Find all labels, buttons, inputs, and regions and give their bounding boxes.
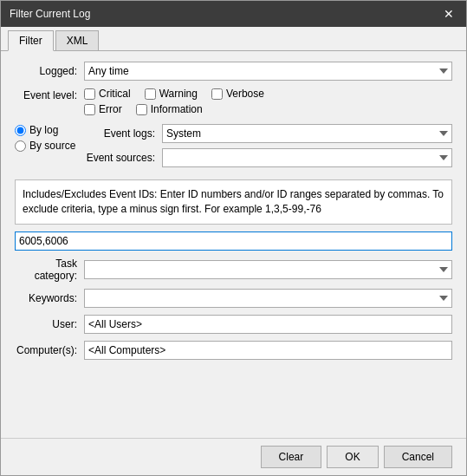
dialog-footer: Clear OK Cancel [1,438,466,475]
keywords-select-wrap [84,289,452,308]
computers-input[interactable] [84,341,452,360]
critical-checkbox-item: Critical [84,88,131,100]
computers-label: Computer(s): [15,344,84,356]
logged-row: Logged: Any time Last hour Last 12 hours… [15,62,452,81]
user-input-wrap [84,315,452,334]
event-sources-select-wrap [162,148,452,167]
event-id-input[interactable] [15,231,452,251]
checkbox-line-2: Error Information [84,103,452,115]
event-logs-select-wrap: System [162,124,452,143]
radio-group: By log By source [15,124,84,173]
warning-checkbox[interactable] [145,88,156,100]
by-log-radio-item: By log [15,124,84,136]
information-checkbox-item: Information [136,103,203,115]
logged-dropdown-wrap: Any time Last hour Last 12 hours Last 24… [84,62,452,81]
task-category-row: Task category: [15,258,452,282]
error-checkbox[interactable] [84,104,95,115]
event-logs-row: Event logs: System [84,124,452,143]
cancel-button[interactable]: Cancel [384,446,452,468]
error-checkbox-item: Error [84,103,122,115]
tab-content: Logged: Any time Last hour Last 12 hours… [1,51,466,438]
by-log-label: By log [29,124,58,136]
tab-bar: Filter XML [1,27,466,51]
event-logs-label: Event logs: [84,127,162,140]
by-source-label: By source [29,140,75,152]
logged-select[interactable]: Any time Last hour Last 12 hours Last 24… [84,62,452,81]
event-level-row: Event level: Critical Warning Verbose [15,88,452,119]
description-text: Includes/Excludes Event IDs: Enter ID nu… [15,179,452,225]
checkboxes-wrap: Critical Warning Verbose Error [84,88,452,119]
computers-row: Computer(s): [15,341,452,360]
tab-xml[interactable]: XML [55,30,100,50]
by-source-radio-item: By source [15,140,84,152]
event-sources-row: Event sources: [84,148,452,167]
keywords-select[interactable] [84,289,452,308]
user-label: User: [15,318,84,330]
dialog-title: Filter Current Log [10,8,90,20]
filter-dialog: Filter Current Log ✕ Filter XML Logged: … [0,0,467,476]
event-sources-select[interactable] [162,148,452,167]
log-source-section: By log By source Event logs: System [15,124,452,173]
verbose-label: Verbose [226,88,264,100]
information-checkbox[interactable] [136,104,147,115]
event-logs-select[interactable]: System [162,124,452,143]
log-source-controls: Event logs: System Event sources: [84,124,452,173]
ok-button[interactable]: OK [327,446,378,468]
event-level-label: Event level: [15,88,84,101]
verbose-checkbox-item: Verbose [211,88,264,100]
keywords-row: Keywords: [15,289,452,308]
keywords-label: Keywords: [15,292,84,304]
critical-label: Critical [99,88,131,100]
task-category-select-wrap [84,260,452,279]
logged-label: Logged: [15,65,84,77]
verbose-checkbox[interactable] [211,88,223,100]
event-sources-label: Event sources: [84,152,162,164]
task-category-select[interactable] [84,260,452,279]
information-label: Information [151,103,203,115]
close-button[interactable]: ✕ [440,6,457,22]
critical-checkbox[interactable] [84,88,95,100]
by-log-radio[interactable] [15,125,26,136]
error-label: Error [99,103,122,115]
title-bar: Filter Current Log ✕ [1,1,466,27]
clear-button[interactable]: Clear [261,446,322,468]
event-id-row [15,231,452,251]
warning-label: Warning [159,88,198,100]
tab-filter[interactable]: Filter [8,30,54,51]
user-input[interactable] [84,315,452,334]
by-source-radio[interactable] [15,140,26,152]
task-category-label: Task category: [15,258,84,282]
checkbox-line-1: Critical Warning Verbose [84,88,452,100]
user-row: User: [15,315,452,334]
warning-checkbox-item: Warning [145,88,198,100]
computers-input-wrap [84,341,452,360]
